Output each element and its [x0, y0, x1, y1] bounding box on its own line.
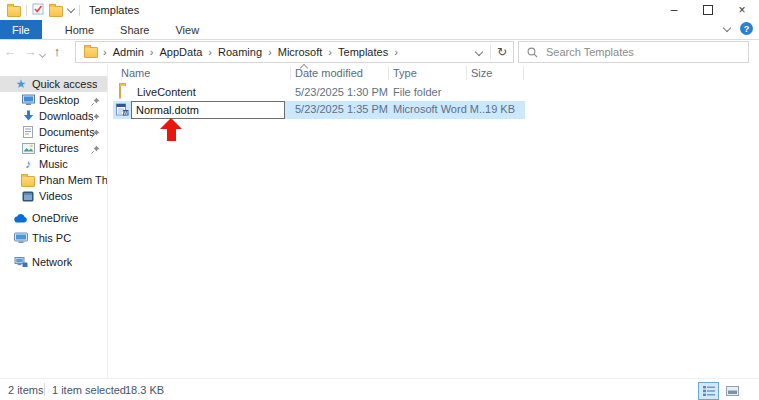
- crumb-separator: ›: [325, 46, 335, 58]
- divider: [44, 383, 45, 396]
- close-button[interactable]: ×: [725, 0, 759, 20]
- divider: [79, 5, 80, 16]
- sidebar-item-label: This PC: [32, 232, 71, 244]
- network-icon: [14, 255, 28, 269]
- sidebar-item-music[interactable]: ♪ Music: [0, 156, 107, 172]
- annotation-arrow-icon: [160, 118, 183, 141]
- word-template-icon: W: [116, 103, 129, 118]
- thumbnail-view-icon: [726, 386, 739, 396]
- search-box[interactable]: [518, 41, 749, 63]
- titlebar: Templates – ×: [0, 0, 759, 20]
- navigation-pane: ★ Quick access Desktop Downloads Documen…: [0, 64, 108, 378]
- expand-ribbon-chevron-icon[interactable]: [723, 23, 731, 31]
- navigation-bar: ← → ↑ › Admin › AppData › Roaming › Micr…: [0, 39, 759, 64]
- refresh-icon[interactable]: ↻: [491, 45, 513, 59]
- pictures-icon: [21, 141, 35, 155]
- tab-file-label: File: [12, 24, 30, 36]
- file-size: 19 KB: [453, 103, 515, 115]
- file-row-livecontent[interactable]: LiveContent 5/23/2025 1:30 PM File folde…: [113, 84, 525, 101]
- sidebar-item-label: Quick access: [32, 78, 97, 90]
- crumb-separator: ›: [391, 46, 401, 58]
- file-row-normal-dotm[interactable]: W 5/23/2025 1:35 PM Microsoft Word M... …: [113, 101, 525, 119]
- breadcrumb-admin[interactable]: Admin: [110, 46, 147, 58]
- column-divider[interactable]: [290, 66, 291, 80]
- column-header-size[interactable]: Size: [471, 67, 492, 79]
- new-folder-icon[interactable]: [49, 6, 63, 17]
- sidebar-item-documents[interactable]: Documents: [0, 124, 107, 140]
- desktop-icon: [21, 93, 35, 107]
- column-header-date-modified[interactable]: Date modified: [295, 67, 363, 79]
- details-view-button[interactable]: [698, 382, 719, 400]
- address-dropdown-chevron-icon[interactable]: [468, 49, 490, 55]
- search-input[interactable]: [544, 45, 748, 59]
- rename-edit-box[interactable]: [131, 101, 285, 119]
- file-date-modified: 5/23/2025 1:35 PM: [295, 103, 388, 115]
- crumb-separator: ›: [205, 46, 215, 58]
- sidebar-item-this-pc[interactable]: This PC: [0, 230, 107, 246]
- sidebar-item-label: Documents: [39, 126, 95, 138]
- status-bar: 2 items 1 item selected 18.3 KB: [0, 378, 759, 400]
- column-header-type[interactable]: Type: [393, 67, 417, 79]
- sidebar-item-network[interactable]: Network: [0, 254, 107, 270]
- sidebar-item-phan-mem-thong[interactable]: Phan Mem Thong D: [0, 172, 107, 188]
- file-name: LiveContent: [137, 86, 196, 98]
- minimize-button[interactable]: –: [657, 0, 691, 20]
- file-date-modified: 5/23/2025 1:30 PM: [295, 86, 388, 98]
- file-type: File folder: [393, 86, 441, 98]
- maximize-button[interactable]: [691, 0, 725, 20]
- breadcrumb-templates[interactable]: Templates: [335, 46, 391, 58]
- downloads-icon: [21, 109, 35, 123]
- sidebar-item-pictures[interactable]: Pictures: [0, 140, 107, 156]
- breadcrumb-appdata[interactable]: AppData: [157, 46, 206, 58]
- sidebar-item-desktop[interactable]: Desktop: [0, 92, 107, 108]
- app-folder-icon: [7, 6, 21, 17]
- qat-customize-chevron-icon[interactable]: [67, 5, 75, 13]
- selection-size: 18.3 KB: [125, 384, 164, 396]
- details-view-icon: [703, 386, 715, 396]
- folder-icon: [21, 173, 35, 187]
- quick-access-toolbar: Templates: [0, 3, 139, 17]
- folder-icon: [119, 86, 121, 98]
- music-icon: ♪: [21, 157, 35, 171]
- help-icon[interactable]: ?: [740, 22, 753, 35]
- location-folder-icon: [84, 47, 98, 58]
- sidebar-item-onedrive[interactable]: OneDrive: [0, 210, 107, 226]
- sidebar-item-downloads[interactable]: Downloads: [0, 108, 107, 124]
- sidebar-item-quick-access[interactable]: ★ Quick access: [0, 76, 107, 92]
- recent-locations-chevron-icon[interactable]: [40, 47, 45, 59]
- breadcrumb-roaming[interactable]: Roaming: [215, 46, 265, 58]
- window-title: Templates: [89, 4, 139, 16]
- sidebar-item-label: Music: [39, 158, 68, 170]
- selection-status: 1 item selected: [52, 384, 126, 396]
- view-toggle-buttons: [698, 382, 743, 400]
- crumb-separator: ›: [147, 46, 157, 58]
- sidebar-item-label: Pictures: [39, 142, 79, 154]
- sidebar-item-label: Phan Mem Thong D: [39, 174, 107, 186]
- back-button[interactable]: ←: [0, 45, 20, 58]
- close-icon: ×: [738, 3, 745, 17]
- properties-icon[interactable]: [32, 3, 44, 17]
- tab-home[interactable]: Home: [52, 20, 107, 39]
- sidebar-item-label: OneDrive: [32, 212, 78, 224]
- sidebar-item-label: Desktop: [39, 94, 79, 106]
- column-divider[interactable]: [388, 66, 389, 80]
- rename-input[interactable]: [132, 102, 284, 118]
- tab-file[interactable]: File: [0, 20, 42, 39]
- up-button[interactable]: ↑: [47, 45, 67, 58]
- column-divider[interactable]: [466, 66, 467, 80]
- breadcrumb-microsoft[interactable]: Microsoft: [275, 46, 326, 58]
- thumbnail-view-button[interactable]: [722, 382, 743, 400]
- sidebar-item-label: Videos: [39, 190, 72, 202]
- sidebar-item-videos[interactable]: Videos: [0, 188, 107, 204]
- forward-button[interactable]: →: [20, 45, 40, 58]
- column-divider[interactable]: [523, 66, 524, 80]
- column-header-name[interactable]: Name: [121, 67, 150, 79]
- crumb-separator: ›: [265, 46, 275, 58]
- tab-view[interactable]: View: [162, 20, 212, 39]
- pin-icon: [91, 128, 100, 140]
- onedrive-cloud-icon: [14, 211, 28, 225]
- tab-share[interactable]: Share: [107, 20, 162, 39]
- documents-icon: [21, 125, 35, 139]
- address-bar[interactable]: › Admin › AppData › Roaming › Microsoft …: [75, 41, 514, 63]
- pin-icon: [91, 96, 100, 108]
